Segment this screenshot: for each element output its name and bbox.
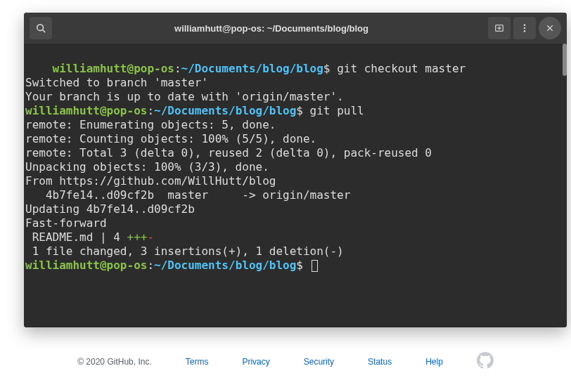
github-logo-icon[interactable]	[477, 352, 494, 371]
new-tab-button[interactable]	[488, 17, 511, 39]
prompt-dollar: $	[323, 62, 337, 75]
prompt-dollar: $	[296, 259, 309, 272]
prompt-path: ~/Documents/blog/blog	[181, 62, 323, 75]
diff-deletions: -	[147, 230, 154, 244]
copyright-text: © 2020 GitHub, Inc.	[77, 357, 152, 367]
output-line: Unpacking objects: 100% (3/3), done.	[25, 160, 269, 174]
output-line: Fast-forward	[25, 216, 107, 230]
output-line: From https://github.com/WillHutt/blog	[25, 174, 276, 188]
command-text: git pull	[310, 104, 364, 117]
close-button[interactable]	[539, 17, 561, 39]
search-button[interactable]	[30, 17, 52, 39]
output-line: Switched to branch 'master'	[25, 76, 208, 89]
output-line: README.md | 4	[25, 230, 127, 244]
footer-link-security[interactable]: Security	[304, 357, 334, 367]
close-icon	[546, 24, 554, 32]
output-line: remote: Total 3 (delta 0), reused 2 (del…	[25, 146, 432, 159]
prompt-path: ~/Documents/blog/blog	[154, 259, 296, 272]
titlebar-controls	[488, 17, 561, 39]
page-footer: © 2020 GitHub, Inc. Terms Privacy Securi…	[0, 352, 571, 371]
prompt-dollar: $	[296, 104, 309, 117]
scrollbar[interactable]	[563, 44, 567, 76]
prompt-user: williamhutt@pop-os	[25, 259, 147, 272]
footer-link-help[interactable]: Help	[425, 357, 443, 367]
svg-point-0	[37, 25, 44, 31]
prompt-colon: :	[147, 259, 154, 272]
command-text: git checkout master	[337, 62, 466, 75]
terminal-window: williamhutt@pop-os: ~/Documents/blog/blo…	[24, 13, 567, 327]
output-line: remote: Counting objects: 100% (5/5), do…	[25, 132, 316, 145]
prompt-colon: :	[174, 62, 181, 75]
svg-point-7	[524, 30, 526, 32]
svg-point-6	[524, 27, 526, 30]
footer-link-status[interactable]: Status	[368, 357, 392, 367]
kebab-menu-icon	[520, 23, 530, 33]
svg-point-5	[524, 24, 526, 26]
terminal-body[interactable]: williamhutt@pop-os:~/Documents/blog/blog…	[24, 44, 567, 327]
prompt-user: williamhutt@pop-os	[53, 62, 174, 75]
window-title: williamhutt@pop-os: ~/Documents/blog/blo…	[55, 23, 488, 34]
titlebar: williamhutt@pop-os: ~/Documents/blog/blo…	[24, 13, 567, 44]
footer-link-terms[interactable]: Terms	[186, 357, 209, 367]
svg-line-1	[43, 30, 46, 33]
output-line: 1 file changed, 3 insertions(+), 1 delet…	[25, 244, 344, 258]
output-line: Your branch is up to date with 'origin/m…	[25, 90, 344, 103]
search-icon	[36, 23, 46, 33]
prompt-colon: :	[147, 104, 154, 117]
diff-additions: +++	[127, 230, 148, 244]
cursor	[312, 260, 318, 272]
new-tab-icon	[494, 23, 504, 33]
menu-button[interactable]	[513, 17, 536, 39]
footer-link-privacy[interactable]: Privacy	[242, 357, 269, 367]
prompt-path: ~/Documents/blog/blog	[154, 104, 296, 117]
prompt-user: williamhutt@pop-os	[25, 104, 147, 117]
output-line: Updating 4b7fe14..d09cf2b	[25, 202, 195, 216]
output-line: remote: Enumerating objects: 5, done.	[25, 118, 276, 131]
output-line: 4b7fe14..d09cf2b master -> origin/master	[25, 188, 350, 202]
